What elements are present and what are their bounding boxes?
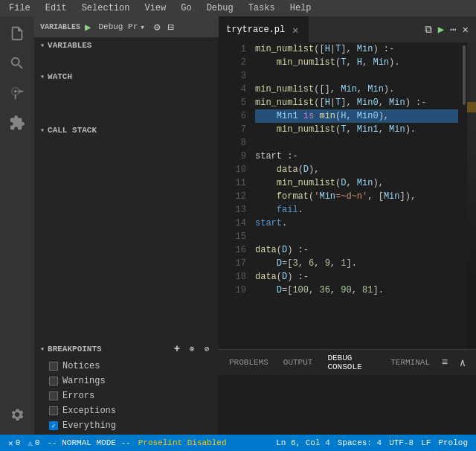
breakpoint-label: Everything (62, 420, 116, 431)
debug-session-selector[interactable]: Debug Pr ▾ (95, 21, 147, 33)
breakpoint-label: Warnings (62, 376, 106, 386)
line-number: 19 (219, 284, 246, 297)
menu-debug[interactable]: Debug (204, 1, 237, 15)
breakpoint-item[interactable]: Everything (34, 418, 219, 433)
panel-icons: ≡ ∧ (437, 355, 473, 370)
tab-close-icon[interactable]: ✕ (289, 24, 301, 36)
line-number: 11 (219, 176, 246, 190)
code-line: data(D), (255, 163, 458, 176)
breakpoint-item[interactable]: Errors (34, 388, 219, 403)
panel-filter-icon[interactable]: ≡ (437, 355, 452, 370)
status-mode[interactable]: -- NORMAL MODE -- (45, 438, 132, 447)
editor-close-panel-icon[interactable]: ✕ (461, 22, 470, 37)
watch-content (34, 85, 219, 122)
split-editor-icon[interactable]: ⧉ (423, 22, 434, 37)
breakpoints-content: NoticesWarningsErrorsExceptionsEverythin… (34, 357, 219, 435)
status-linter[interactable]: Proselint Disabled (136, 438, 229, 447)
panel-tab-problems[interactable]: PROBLEMS (222, 350, 276, 376)
line-number: 8 (219, 136, 246, 150)
code-line: format('Min=~d~n', [Min]), (255, 190, 458, 203)
panel-content (219, 375, 476, 435)
breakpoints-toggle-icon[interactable]: ⊚ (186, 343, 198, 355)
debug-session-label: Debug Pr (98, 22, 138, 31)
breakpoints-header[interactable]: ▾ BREAKPOINTS + ⊚ ⊘ (34, 341, 219, 357)
tab-bar: trytrace.pl ✕ ⧉ ▶ ⋯ ✕ (219, 16, 476, 42)
code-content: min_numlist([H|T], Min) :- min_numlist(T… (252, 42, 458, 349)
code-line: D=[3, 6, 9, 1]. (255, 257, 458, 270)
status-line-ending[interactable]: LF (419, 438, 433, 447)
status-bar: ✕ 0 ⚠ 0 -- NORMAL MODE -- Proselint Disa… (0, 435, 476, 451)
code-line: data(D) :- (255, 243, 458, 257)
code-line (255, 136, 458, 150)
scroll-indicator[interactable] (458, 42, 467, 349)
editor-more-icon[interactable]: ⋯ (448, 22, 457, 37)
line-number: 14 (219, 217, 246, 230)
panel-chevron-up-icon[interactable]: ∧ (455, 355, 470, 370)
breakpoints-remove-all-icon[interactable]: ⊘ (201, 343, 213, 355)
panel-tab-output[interactable]: OUTPUT (276, 350, 321, 376)
menu-edit[interactable]: Edit (42, 1, 70, 15)
activity-git-icon[interactable] (3, 79, 31, 107)
line-number: 9 (219, 150, 246, 163)
status-right: Ln 6, Col 4 Spaces: 4 UTF-8 LF Prolog (274, 438, 470, 447)
callstack-header[interactable]: ▾ CALL STACK (34, 122, 219, 138)
linter-label: Proselint Disabled (138, 438, 227, 447)
activity-extensions-icon[interactable] (3, 109, 31, 137)
code-line: fail. (255, 203, 458, 217)
line-number: 2 (219, 56, 246, 69)
line-number: 3 (219, 69, 246, 83)
breakpoints-label: BREAKPOINTS (48, 345, 102, 354)
menu-file[interactable]: File (6, 1, 33, 15)
status-spaces[interactable]: Spaces: 4 (335, 438, 384, 447)
tab-trytrace[interactable]: trytrace.pl ✕ (219, 16, 309, 42)
breakpoints-header-icons: + ⊚ ⊘ (171, 343, 213, 355)
breakpoint-item[interactable]: Warnings (34, 374, 219, 388)
breakpoint-checkbox[interactable] (49, 362, 58, 371)
code-line: data(D) :- (255, 270, 458, 284)
variables-collapse-icon: ▾ (40, 41, 45, 50)
status-warnings[interactable]: ⚠ 0 (25, 438, 42, 448)
breakpoint-item[interactable]: Exceptions (34, 403, 219, 418)
code-line: min_numlist(T, Min1, Min). (255, 123, 458, 136)
activity-settings-icon[interactable] (3, 400, 31, 429)
activity-bar (0, 16, 34, 435)
breakpoint-checkbox[interactable] (49, 377, 58, 386)
watch-header[interactable]: ▾ WATCH (34, 68, 219, 85)
error-icon: ✕ (8, 438, 13, 448)
debug-label: VARIABLES (40, 23, 80, 31)
debug-run-icon[interactable]: ▶ (437, 22, 446, 37)
code-line: D=[100, 36, 90, 81]. (255, 284, 458, 297)
scroll-track (463, 45, 466, 105)
mode-label: -- NORMAL MODE -- (47, 438, 130, 447)
menu-go[interactable]: Go (178, 1, 194, 15)
variables-header[interactable]: ▾ VARIABLES (34, 37, 219, 54)
menu-tasks[interactable]: Tasks (245, 1, 278, 15)
breakpoint-checkbox[interactable] (49, 421, 58, 430)
debug-play-icon[interactable]: ▶ (85, 21, 91, 33)
menu-selection[interactable]: Selection (79, 1, 133, 15)
debug-gear-icon[interactable]: ⚙ (152, 19, 161, 35)
main-layout: VARIABLES ▶ Debug Pr ▾ ⚙ ⊟ ▾ VARIABLES ▾… (0, 16, 476, 435)
activity-search-icon[interactable] (3, 49, 31, 77)
line-number: 10 (219, 163, 246, 176)
status-language[interactable]: Prolog (436, 438, 470, 447)
panel-tab-debug-console[interactable]: DEBUG CONSOLE (320, 350, 383, 376)
line-ending-label: LF (421, 438, 431, 447)
breakpoint-checkbox[interactable] (49, 406, 58, 415)
code-line: min_numlist([H|T], Min0, Min) :- (255, 96, 458, 109)
editor-toolbar: ⧉ ▶ ⋯ ✕ (423, 16, 476, 42)
callstack-label: CALL STACK (48, 126, 97, 135)
breakpoints-add-icon[interactable]: + (171, 343, 183, 355)
activity-files-icon[interactable] (3, 19, 31, 48)
code-editor[interactable]: 12345678910111213141516171819 min_numlis… (219, 42, 476, 349)
breakpoint-item[interactable]: Notices (34, 359, 219, 374)
menu-view[interactable]: View (141, 1, 169, 15)
status-encoding[interactable]: UTF-8 (387, 438, 416, 447)
panel-tab-terminal[interactable]: TERMINAL (383, 350, 437, 376)
status-position[interactable]: Ln 6, Col 4 (274, 438, 332, 447)
status-errors[interactable]: ✕ 0 (6, 438, 22, 448)
breakpoint-checkbox[interactable] (49, 391, 58, 400)
menu-help[interactable]: Help (287, 1, 315, 15)
breakpoints-collapse-icon: ▾ (40, 345, 45, 354)
debug-split-icon[interactable]: ⊟ (166, 19, 175, 35)
